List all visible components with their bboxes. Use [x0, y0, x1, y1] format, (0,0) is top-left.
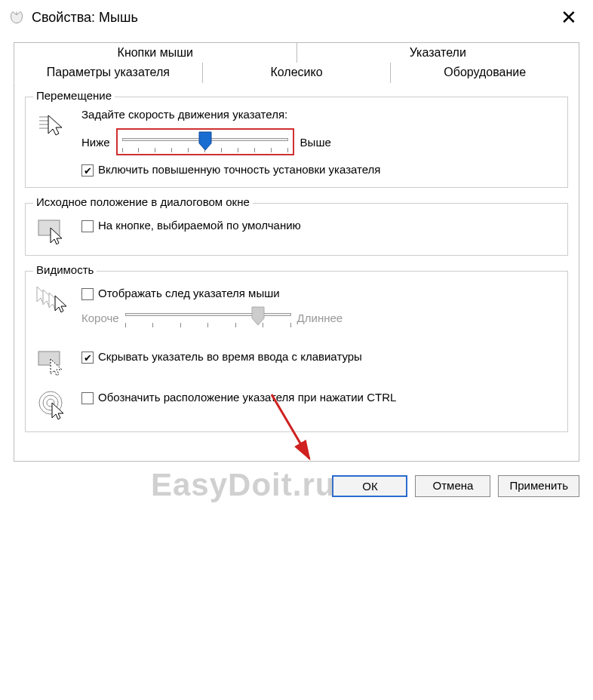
tab-pointer-options[interactable]: Параметры указателя: [14, 63, 202, 83]
speed-low-label: Ниже: [81, 136, 110, 149]
hide-icon: [33, 345, 72, 376]
close-button[interactable]: ✕: [554, 6, 584, 29]
motion-cursor-icon: [33, 108, 72, 141]
snap-checkbox[interactable]: На кнопке, выбираемой по умолчанию: [81, 219, 560, 232]
group-motion: Перемещение Задайте скорость движения ук…: [25, 97, 568, 188]
speed-slider-highlight: [116, 128, 294, 155]
svg-marker-5: [199, 132, 211, 150]
enhance-precision-label: Включить повышенную точность установки у…: [98, 163, 381, 176]
motion-label: Задайте скорость движения указателя:: [81, 108, 560, 121]
svg-rect-8: [38, 352, 60, 365]
enhance-precision-checkbox[interactable]: ✔ Включить повышенную точность установки…: [81, 163, 560, 177]
trails-label: Отображать след указателя мыши: [98, 287, 280, 299]
speed-high-label: Выше: [300, 136, 331, 149]
cancel-button[interactable]: Отмена: [415, 475, 490, 497]
group-motion-legend: Перемещение: [33, 89, 115, 102]
window-title: Свойства: Мышь: [32, 10, 554, 26]
tab-buttons[interactable]: Кнопки мыши: [14, 42, 296, 63]
snap-icon: [33, 214, 72, 244]
trails-icon: [33, 282, 72, 315]
hide-label: Скрывать указатель во время ввода с клав…: [98, 350, 362, 363]
apply-button[interactable]: Применить: [498, 475, 579, 497]
trails-slider: [125, 308, 291, 321]
group-snap: Исходное положение в диалоговом окне На …: [25, 203, 568, 256]
tab-pointers[interactable]: Указатели: [296, 42, 580, 63]
mouse-icon: [9, 10, 24, 25]
snap-label: На кнопке, выбираемой по умолчанию: [98, 219, 301, 232]
ctrl-checkbox[interactable]: Обозначить расположение указателя при на…: [81, 391, 560, 404]
trails-long-label: Длиннее: [297, 312, 343, 324]
trails-short-label: Короче: [81, 312, 119, 324]
tab-page: Перемещение Задайте скорость движения ук…: [14, 82, 579, 462]
tab-hardware[interactable]: Оборудование: [390, 63, 579, 83]
group-visibility: Видимость: [25, 271, 568, 432]
tab-wheel[interactable]: Колесико: [202, 63, 391, 83]
tab-strip: Кнопки мыши Указатели Параметры указател…: [14, 42, 579, 83]
trails-checkbox[interactable]: Отображать след указателя мыши: [81, 287, 560, 300]
button-bar: ОК Отмена Применить: [0, 469, 593, 508]
ctrl-icon: [33, 386, 72, 421]
svg-marker-7: [252, 307, 264, 325]
trails-slider-wrap: [125, 308, 291, 327]
title-bar: Свойства: Мышь ✕: [0, 0, 593, 35]
group-snap-legend: Исходное положение в диалоговом окне: [33, 195, 253, 208]
group-visibility-legend: Видимость: [33, 263, 97, 276]
ctrl-label: Обозначить расположение указателя при на…: [98, 391, 396, 404]
ok-button[interactable]: ОК: [332, 475, 407, 497]
speed-slider[interactable]: [122, 133, 288, 146]
hide-checkbox[interactable]: ✔ Скрывать указатель во время ввода с кл…: [81, 350, 560, 364]
